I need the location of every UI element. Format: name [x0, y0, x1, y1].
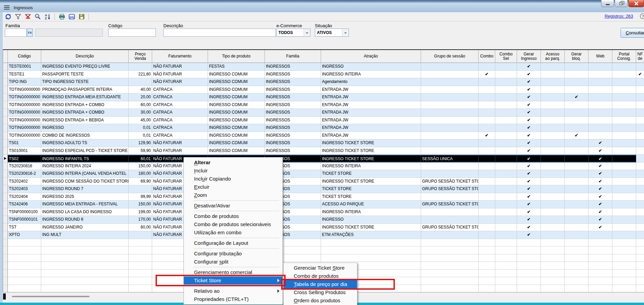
cell-gerarIngresso[interactable]: ✔	[517, 208, 541, 216]
cell-gerarBloq[interactable]	[565, 231, 589, 239]
cell-gerarBloq[interactable]	[565, 86, 589, 94]
submenu-item-gerenciar-ticket-store[interactable]: Gerenciar Ticket Store	[284, 264, 357, 272]
situacao-select[interactable]: ATIVOS	[315, 29, 349, 37]
cell-descricao[interactable]: INGRESSO MEIA ENTRADA - FESTIVAL	[41, 201, 129, 208]
cell-preco[interactable]: 20,00	[129, 94, 152, 101]
cell-descricao[interactable]: INGRESSO EVENTO PREÇO LIVRE	[41, 63, 129, 71]
cell-comboSel[interactable]	[495, 170, 517, 178]
cell-nfde[interactable]	[636, 170, 644, 178]
cell-portalConsig[interactable]	[612, 139, 636, 147]
cell-marker[interactable]	[3, 124, 8, 132]
cell-gerarIngresso[interactable]: ✔	[517, 201, 541, 208]
cell-descricao[interactable]: TIPO INGRESSO TESTE	[41, 78, 129, 86]
cell-combo[interactable]	[479, 201, 495, 208]
cell-acessoParq[interactable]	[541, 208, 565, 216]
cell-familia[interactable]: INGRESSOS	[265, 101, 321, 109]
submenu-item-ordem-dos-produtos[interactable]: Ordem dos produtos	[284, 296, 357, 305]
cell-gerarIngresso[interactable]: ✔	[517, 155, 541, 163]
cell-web[interactable]	[589, 117, 612, 124]
cell-familia[interactable]: INGRESSOS	[265, 86, 321, 94]
cell-web[interactable]	[589, 231, 612, 239]
cell-combo[interactable]	[479, 124, 495, 132]
cell-acessoParq[interactable]	[541, 124, 565, 132]
cell-nfde[interactable]	[636, 109, 644, 117]
cell-marker[interactable]	[3, 155, 8, 163]
cell-comboSel[interactable]	[495, 94, 517, 101]
cell-portalConsig[interactable]	[612, 231, 636, 239]
cell-preco[interactable]: 45,00	[129, 117, 152, 124]
cell-comboSel[interactable]	[495, 117, 517, 124]
cell-tipo[interactable]: INGRESSO COMUM	[208, 94, 265, 101]
cell-comboSel[interactable]	[495, 163, 517, 170]
cell-faturamento[interactable]: NÃO FATURAR	[152, 78, 208, 86]
cell-grupo[interactable]	[421, 193, 479, 201]
cell-web[interactable]	[589, 94, 612, 101]
cell-acessoParq[interactable]	[541, 63, 565, 71]
cell-grupo[interactable]: GRUPO SESSÃO TICKET STORE	[421, 185, 479, 193]
print-button[interactable]	[58, 13, 66, 21]
cell-acessoParq[interactable]	[541, 117, 565, 124]
scrollbar-thumb[interactable]	[12, 296, 90, 297]
cell-marker[interactable]	[3, 139, 8, 147]
cell-acessoParq[interactable]	[541, 86, 565, 94]
cell-gerarIngresso[interactable]: ✔	[517, 63, 541, 71]
cell-atracao[interactable]: TICKET STORE	[321, 185, 421, 193]
col-header-comboSel[interactable]: Combo Sel	[495, 50, 517, 63]
cell-atracao[interactable]: ENTRADA JW	[321, 132, 421, 140]
cell-familia[interactable]: INGRESSOS	[265, 63, 321, 71]
consultar-button[interactable]: Consultar	[621, 28, 644, 38]
cell-atracao[interactable]: Agendamento	[321, 78, 421, 86]
col-header-atracao[interactable]: Atração	[321, 50, 421, 63]
cell-gerarIngresso[interactable]: ✔	[517, 139, 541, 147]
cell-comboSel[interactable]	[495, 86, 517, 94]
cell-descricao[interactable]: INGRESSO ROUND 6	[41, 216, 129, 224]
cell-atracao[interactable]: INGRESSO	[321, 216, 421, 224]
cell-portalConsig[interactable]	[612, 78, 636, 86]
cell-gerarIngresso[interactable]: ✔	[517, 193, 541, 201]
context-menu-item-incluir-copiando[interactable]: Incluir Copiando	[184, 175, 283, 183]
cell-grupo[interactable]	[421, 170, 479, 178]
cell-grupo[interactable]: GRUPO SESSÃO TICKET STORE	[421, 178, 479, 186]
cell-familia[interactable]: INGRESSOS	[265, 78, 321, 86]
cell-grupo[interactable]	[421, 78, 479, 86]
cell-gerarBloq[interactable]	[565, 185, 589, 193]
cell-portalConsig[interactable]	[612, 147, 636, 155]
cell-grupo[interactable]	[421, 71, 479, 79]
cell-preco[interactable]: 60,00	[129, 224, 152, 232]
cell-combo[interactable]	[479, 193, 495, 201]
cell-portalConsig[interactable]	[612, 163, 636, 170]
cell-web[interactable]	[589, 109, 612, 117]
cell-tipo[interactable]: INGRESSO COMUM	[208, 117, 265, 124]
cell-marker[interactable]	[3, 132, 8, 140]
cell-gerarBloq[interactable]	[565, 178, 589, 186]
cell-tipo[interactable]: INGRESSO COMUM	[208, 86, 265, 94]
cell-grupo[interactable]	[421, 63, 479, 71]
cell-tipo[interactable]: INGRESSO COMUM	[208, 147, 265, 155]
cell-gerarIngresso[interactable]: ✔	[517, 163, 541, 170]
chevron-down-icon[interactable]	[304, 29, 310, 36]
cell-acessoParq[interactable]	[541, 201, 565, 208]
cell-descricao[interactable]: PASSAPORTE TESTE	[41, 71, 129, 79]
cell-web[interactable]	[589, 63, 612, 71]
cell-faturamento[interactable]: CATRACA	[152, 101, 208, 109]
cell-grupo[interactable]	[421, 101, 479, 109]
cell-combo[interactable]	[479, 86, 495, 94]
col-header-faturamento[interactable]: Faturamento	[152, 50, 208, 63]
cell-grupo[interactable]	[421, 231, 479, 239]
cell-nfde[interactable]	[636, 147, 644, 155]
cell-acessoParq[interactable]	[541, 147, 565, 155]
cell-web[interactable]: ✔	[589, 193, 612, 201]
col-header-marker[interactable]	[3, 50, 8, 63]
cell-combo[interactable]	[479, 216, 495, 224]
cell-grupo[interactable]	[421, 117, 479, 124]
cell-nfde[interactable]	[636, 139, 644, 147]
cell-faturamento[interactable]: CATRACA	[152, 109, 208, 117]
registros-link[interactable]: Registros: 263	[605, 14, 633, 19]
cell-web[interactable]: ✔	[589, 155, 612, 163]
cell-descricao[interactable]: INGRESSO	[41, 124, 129, 132]
cell-gerarBloq[interactable]	[565, 170, 589, 178]
cell-gerarIngresso[interactable]: ✔	[517, 71, 541, 79]
cell-codigo[interactable]: TS01	[8, 139, 41, 147]
cell-portalConsig[interactable]	[612, 132, 636, 140]
cell-combo[interactable]	[479, 155, 495, 163]
